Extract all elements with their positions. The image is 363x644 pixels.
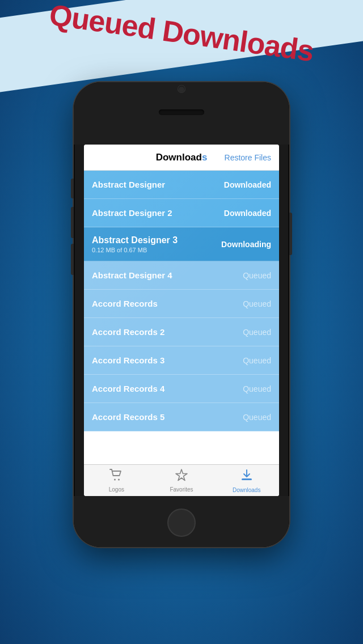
title-main: Download <box>156 152 202 163</box>
home-button[interactable] <box>167 509 196 537</box>
download-icon <box>240 468 254 485</box>
item-status: Queued <box>243 413 271 422</box>
item-status: Queued <box>243 328 271 337</box>
item-status: Queued <box>243 384 271 393</box>
item-status: Queued <box>243 271 271 280</box>
cart-icon <box>109 469 123 485</box>
tab-logos[interactable]: Logos <box>84 465 149 496</box>
tab-favorites-label: Favorites <box>170 486 193 493</box>
phone-speaker <box>159 109 204 115</box>
item-status: Downloading <box>221 240 271 249</box>
svg-rect-2 <box>242 478 252 480</box>
list-item[interactable]: Accord Records 4 Queued <box>84 375 279 403</box>
downloading-info: Abstract Designer 3 0.12 MB of 0.67 MB <box>92 235 178 253</box>
item-status: Queued <box>243 356 271 365</box>
item-name: Abstract Designer 4 <box>92 270 172 280</box>
phone-bottom <box>74 496 289 547</box>
item-name: Accord Records 2 <box>92 327 164 337</box>
phone-screen: Downloads Restore Files Abstract Designe… <box>84 145 279 496</box>
list-item[interactable]: Abstract Designer 2 Downloaded <box>84 199 279 227</box>
list-item-downloading[interactable]: Abstract Designer 3 0.12 MB of 0.67 MB D… <box>84 227 279 261</box>
tab-bar: Logos Favorites <box>84 464 279 496</box>
side-button-vol-up <box>71 207 74 238</box>
tab-favorites[interactable]: Favorites <box>149 465 214 496</box>
tab-downloads-label: Downloads <box>233 487 260 493</box>
item-name: Accord Records 5 <box>92 412 164 422</box>
item-name: Accord Records <box>92 299 158 308</box>
app-header: Downloads Restore Files <box>84 145 279 171</box>
app-content: Downloads Restore Files Abstract Designe… <box>84 145 279 496</box>
item-name: Accord Records 4 <box>92 384 164 393</box>
list-item[interactable]: Accord Records 3 Queued <box>84 346 279 375</box>
tab-logos-label: Logos <box>109 486 124 493</box>
tab-downloads[interactable]: Downloads <box>214 465 279 496</box>
restore-files-button[interactable]: Restore Files <box>225 153 271 162</box>
title-highlight: s <box>202 152 207 163</box>
item-status: Downloaded <box>224 180 271 189</box>
svg-point-0 <box>114 478 116 480</box>
list-item[interactable]: Accord Records 5 Queued <box>84 403 279 431</box>
item-name: Abstract Designer 3 <box>92 235 178 245</box>
list-item[interactable]: Accord Records Queued <box>84 290 279 318</box>
phone-frame: Downloads Restore Files Abstract Designe… <box>74 82 289 547</box>
side-button-power <box>289 213 292 255</box>
item-name: Abstract Designer 2 <box>92 208 172 218</box>
page-title: Downloads <box>156 152 208 163</box>
list-item[interactable]: Abstract Designer 4 Queued <box>84 261 279 290</box>
svg-point-1 <box>118 478 120 480</box>
list-item[interactable]: Accord Records 2 Queued <box>84 318 279 346</box>
item-name: Accord Records 3 <box>92 355 164 365</box>
list-item[interactable]: Abstract Designer Downloaded <box>84 171 279 199</box>
phone-top <box>74 82 289 145</box>
item-progress-text: 0.12 MB of 0.67 MB <box>92 247 178 253</box>
item-status: Downloaded <box>224 209 271 218</box>
download-list: Abstract Designer Downloaded Abstract De… <box>84 171 279 468</box>
side-button-mute <box>71 179 74 198</box>
item-status: Queued <box>243 299 271 308</box>
side-button-vol-down <box>71 244 74 275</box>
item-name: Abstract Designer <box>92 180 165 189</box>
star-icon <box>175 468 188 485</box>
phone-camera <box>178 86 185 92</box>
